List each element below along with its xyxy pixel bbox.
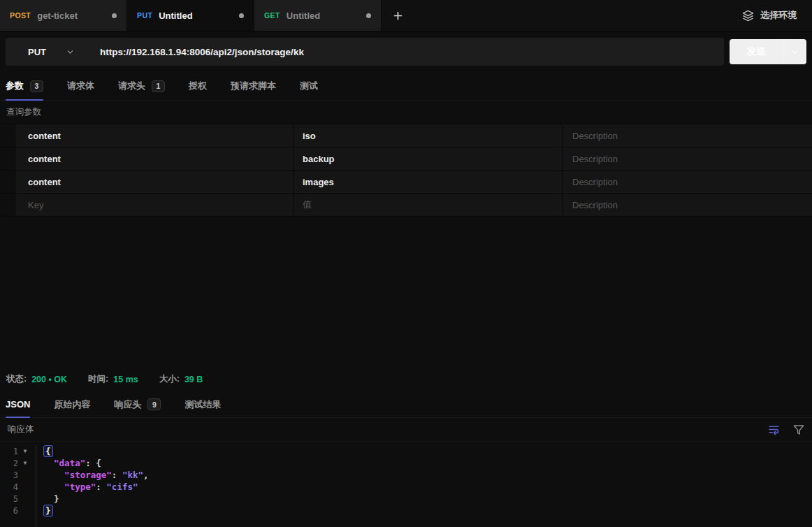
code-token: } (43, 493, 59, 504)
filter-response-button[interactable] (793, 424, 804, 435)
method-selector-label: PUT (28, 47, 46, 57)
param-description-cell[interactable]: Description (563, 124, 812, 147)
param-value-cell[interactable]: iso (293, 124, 563, 147)
code-line: "storage": "kk", (43, 469, 812, 481)
file-tab-2[interactable]: GETUntitled (254, 0, 382, 31)
param-key-cell[interactable]: Key (15, 194, 293, 216)
fold-toggle-icon[interactable]: ▼ (18, 460, 32, 466)
request-tab-label: 请求体 (67, 80, 94, 92)
line-number: 5 (0, 494, 18, 504)
gutter-line: 5 (0, 493, 36, 505)
code-token: } (43, 505, 53, 517)
code-gutter: 1▼2▼3456 (0, 445, 36, 527)
response-tab-2[interactable]: 响应头9 (114, 391, 161, 417)
gutter-line: 6 (0, 505, 36, 517)
request-tab-1[interactable]: 请求体 (67, 72, 94, 100)
file-tab-title: Untitled (287, 10, 320, 21)
gutter-line: 4 (0, 481, 36, 493)
param-key-cell[interactable]: content (15, 147, 293, 170)
environment-selector[interactable]: 选择环境 (727, 0, 812, 31)
request-bar: PUT 发送 (0, 31, 812, 72)
response-tabs: JSON原始内容响应头9测试结果 (0, 391, 812, 418)
time-label: 时间: (88, 373, 108, 385)
code-token (43, 482, 64, 492)
query-params-title: 查询参数 (0, 101, 812, 124)
count-badge: 9 (147, 398, 161, 410)
code-token: "type" (64, 482, 96, 492)
line-number: 2 (0, 459, 18, 468)
response-tab-3[interactable]: 测试结果 (184, 391, 221, 417)
request-tab-4[interactable]: 预请求脚本 (231, 72, 276, 100)
param-row-handle (0, 194, 15, 216)
size-value: 39 B (184, 375, 203, 384)
file-tab-0[interactable]: POSTget-ticket (0, 0, 127, 31)
param-key-cell[interactable]: content (15, 124, 293, 147)
api-client-window: POSTget-ticketPUTUntitledGETUntitled 选择环… (0, 0, 812, 527)
response-tab-label: 原始内容 (54, 398, 90, 411)
method-selector[interactable]: PUT (6, 38, 87, 66)
request-tab-label: 测试 (300, 80, 318, 92)
request-tabs: 参数3请求体请求头1授权预请求脚本测试 (0, 72, 812, 101)
status-value: 200 • OK (31, 375, 67, 384)
param-row-handle (0, 124, 15, 147)
file-tab-1[interactable]: PUTUntitled (127, 0, 254, 31)
code-token: "storage" (64, 470, 112, 480)
count-badge: 1 (152, 80, 165, 92)
fold-toggle-icon[interactable]: ▼ (18, 448, 32, 454)
code-token: , (143, 470, 149, 480)
plus-icon (392, 10, 404, 22)
response-body-actions (768, 424, 804, 435)
request-tab-2[interactable]: 请求头1 (118, 72, 165, 100)
response-tab-label: 测试结果 (184, 398, 221, 411)
request-tab-label: 预请求脚本 (231, 80, 276, 92)
param-description-cell[interactable]: Description (563, 194, 812, 216)
param-value-cell[interactable]: images (293, 171, 563, 193)
request-tab-0[interactable]: 参数3 (6, 72, 43, 100)
chevron-down-icon (790, 48, 799, 57)
code-line: } (43, 493, 812, 505)
count-badge: 3 (30, 80, 43, 92)
filter-icon (793, 424, 804, 435)
url-input[interactable] (87, 38, 724, 66)
response-tab-1[interactable]: 原始内容 (54, 391, 90, 417)
send-button[interactable]: 发送 (730, 39, 783, 64)
param-value-cell[interactable]: 值 (293, 194, 563, 216)
size-label: 大小: (159, 373, 180, 385)
status-label: 状态: (6, 373, 27, 385)
file-tab-title: get-ticket (37, 10, 78, 21)
response-tab-label: 响应头 (114, 398, 141, 411)
gutter-line: 2▼ (0, 457, 36, 469)
unsaved-indicator (239, 13, 244, 18)
send-options-button[interactable] (783, 39, 806, 64)
param-key-cell[interactable]: content (15, 171, 293, 193)
code-token: "cifs" (106, 482, 138, 492)
param-row-handle (0, 171, 15, 193)
code-token: "kk" (122, 470, 143, 480)
param-value-cell[interactable]: backup (293, 147, 563, 170)
code-line: { (43, 445, 812, 457)
new-tab-button[interactable] (382, 0, 414, 31)
line-number: 1 (0, 447, 18, 456)
param-row: contentisoDescription (0, 124, 812, 147)
environment-selector-label: 选择环境 (760, 9, 797, 22)
request-tab-3[interactable]: 授权 (189, 72, 207, 100)
wrap-lines-button[interactable] (768, 424, 780, 435)
response-body-title: 响应体 (8, 424, 34, 435)
code-line: } (43, 505, 812, 517)
code-token (43, 458, 54, 468)
file-tab-method: GET (264, 11, 280, 20)
request-tab-label: 请求头 (118, 80, 145, 92)
send-button-group: 发送 (730, 39, 806, 64)
response-tab-0[interactable]: JSON (6, 391, 30, 417)
file-tab-method: PUT (137, 11, 152, 20)
param-row: contentimagesDescription (0, 171, 812, 194)
param-description-cell[interactable]: Description (563, 147, 812, 170)
wrap-lines-icon (768, 424, 780, 435)
gutter-line: 1▼ (0, 445, 36, 457)
param-row: Key值Description (0, 194, 812, 217)
param-description-cell[interactable]: Description (563, 171, 812, 193)
request-tab-5[interactable]: 测试 (300, 72, 318, 100)
status-item: 状态: 200 • OK (6, 373, 67, 385)
code-token: { (43, 445, 53, 457)
line-number: 6 (0, 506, 18, 516)
